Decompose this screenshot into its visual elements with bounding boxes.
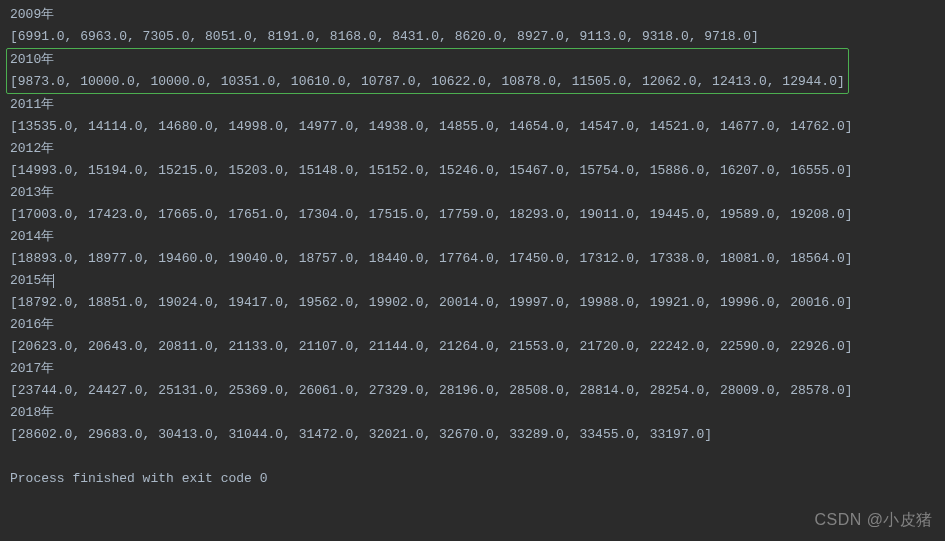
year-label: 2018年 xyxy=(10,402,935,424)
exit-message: Process finished with exit code 0 xyxy=(10,468,935,490)
values-line: [9873.0, 10000.0, 10000.0, 10351.0, 1061… xyxy=(10,71,845,93)
year-label: 2016年 xyxy=(10,314,935,336)
year-label: 2010年 xyxy=(10,49,845,71)
text-cursor xyxy=(53,274,54,288)
values-line: [18893.0, 18977.0, 19460.0, 19040.0, 187… xyxy=(10,248,935,270)
blank-line xyxy=(10,446,935,468)
watermark: CSDN @小皮猪 xyxy=(814,509,933,531)
values-line: [13535.0, 14114.0, 14680.0, 14998.0, 149… xyxy=(10,116,935,138)
values-line: [20623.0, 20643.0, 20811.0, 21133.0, 211… xyxy=(10,336,935,358)
year-label: 2009年 xyxy=(10,4,935,26)
values-line: [28602.0, 29683.0, 30413.0, 31044.0, 314… xyxy=(10,424,935,446)
year-label: 2017年 xyxy=(10,358,935,380)
year-label: 2015年 xyxy=(10,270,935,292)
highlighted-entry: 2010年[9873.0, 10000.0, 10000.0, 10351.0,… xyxy=(6,48,849,94)
values-line: [17003.0, 17423.0, 17665.0, 17651.0, 173… xyxy=(10,204,935,226)
values-line: [6991.0, 6963.0, 7305.0, 8051.0, 8191.0,… xyxy=(10,26,935,48)
values-line: [14993.0, 15194.0, 15215.0, 15203.0, 151… xyxy=(10,160,935,182)
year-label: 2012年 xyxy=(10,138,935,160)
values-line: [23744.0, 24427.0, 25131.0, 25369.0, 260… xyxy=(10,380,935,402)
year-label: 2011年 xyxy=(10,94,935,116)
console-output[interactable]: 2009年[6991.0, 6963.0, 7305.0, 8051.0, 81… xyxy=(10,4,935,446)
values-line: [18792.0, 18851.0, 19024.0, 19417.0, 195… xyxy=(10,292,935,314)
year-label: 2014年 xyxy=(10,226,935,248)
year-label: 2013年 xyxy=(10,182,935,204)
